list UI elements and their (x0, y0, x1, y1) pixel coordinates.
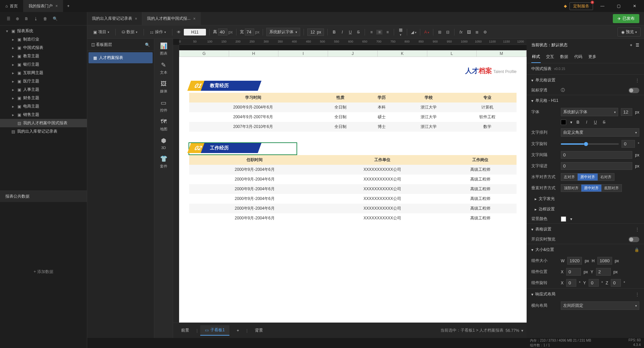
width-input[interactable] (245, 28, 254, 36)
spreadsheet[interactable]: GHIJKLM 12345678910111213141516171819 人才… (179, 50, 527, 323)
widget-map[interactable]: 🗺地图 (160, 118, 167, 132)
strike-icon[interactable]: S (355, 30, 361, 34)
cell-reference[interactable]: H11 (184, 29, 206, 36)
preview-button[interactable]: ◉预览 (618, 27, 641, 37)
home-tab[interactable]: 首页 (0, 0, 23, 12)
tree-folder[interactable]: ▸▣教育主题 (0, 52, 87, 60)
underline-icon[interactable]: U (592, 120, 598, 125)
x-input[interactable] (566, 268, 581, 276)
tree-file-active[interactable]: ▤我的人才档案中国式报表 (0, 119, 87, 127)
portal-tab[interactable]: 我的报表门户× (23, 0, 63, 12)
new-file-icon[interactable]: 🗎 (24, 16, 29, 21)
stage-tab-bg[interactable]: 背景 (250, 326, 268, 335)
ry-input[interactable] (589, 279, 599, 287)
widget-suite[interactable]: 👕套件 (160, 155, 167, 169)
new-folder-icon[interactable]: ⊕ (16, 16, 19, 21)
underline-icon[interactable]: U (347, 30, 353, 34)
ruler-horizontal[interactable]: 0501001502002503003504004505005506006507… (179, 39, 527, 45)
stage[interactable]: GHIJKLM 12345678910111213141516171819 人才… (179, 45, 527, 323)
layer-item[interactable]: ▦人才档案报表 (89, 52, 153, 63)
settings-icon[interactable]: ⚙ (482, 30, 488, 34)
search-icon[interactable]: 🔍 (53, 16, 58, 21)
table-row[interactable]: 2000年9月-2004年6月XXXXXXXXXXX公司高级工程师 (189, 213, 517, 223)
sec-cell-h11[interactable]: ▾单元格 - H11 (527, 95, 644, 106)
publish-button[interactable]: ✈已发布 (613, 14, 639, 23)
maximize-button[interactable]: ▢ (612, 1, 625, 11)
trash-icon[interactable]: 🗑 (43, 16, 47, 21)
doc-tab-2[interactable]: 我的人才档案中国式报...× (142, 12, 201, 25)
tree-folder[interactable]: ▸▣电商主题 (0, 102, 87, 111)
rz-input[interactable] (611, 279, 621, 287)
sec-responsive[interactable]: ▾响应式布局⋮ (527, 289, 644, 300)
align-center-icon[interactable]: ≡ (376, 30, 382, 34)
add-data-button[interactable]: + 添加数据 (0, 269, 87, 275)
italic-icon[interactable]: I (584, 120, 590, 125)
merge-icon[interactable]: ⊞ (437, 30, 443, 34)
halign-segment[interactable]: 左对齐居中对齐右对齐 (561, 173, 614, 181)
bold-icon[interactable]: B (575, 120, 581, 125)
col-header[interactable]: K (378, 51, 427, 57)
list-icon[interactable]: ≣ (474, 30, 480, 34)
table-row[interactable]: 2000年9月-2004年6月XXXXXXXXXXX公司高级工程师 (189, 165, 517, 175)
font-color-swatch[interactable] (561, 120, 566, 125)
table-row[interactable]: 2000年9月-2004年6月XXXXXXXXXXX公司高级工程师 (189, 204, 517, 213)
close-button[interactable]: ✕ (628, 1, 641, 11)
sec-size-pos[interactable]: ▾大小&位置🔒 (527, 244, 644, 255)
tree-folder[interactable]: ▸▣人事主题 (0, 85, 87, 94)
text-glow-section[interactable]: ▸文字发光 (527, 194, 644, 204)
menu-icon[interactable]: ☰ (7, 16, 10, 21)
widget-media[interactable]: 🖼媒体 (160, 80, 167, 94)
height-input[interactable] (218, 28, 227, 36)
prop-tab-code[interactable]: 代码 (574, 51, 583, 63)
table-row[interactable]: 2000年9月-2004年6月XXXXXXXXXXX公司高级工程师 (189, 175, 517, 184)
stage-tab-sub[interactable]: ▭子看板1 (200, 325, 229, 336)
image-icon[interactable]: 🖼 (466, 30, 472, 34)
col-header[interactable]: I (278, 51, 328, 57)
border-icon[interactable]: ▦ (397, 27, 404, 37)
ruler-vertical[interactable] (173, 45, 179, 338)
tree-folder[interactable]: ▸▣医疗主题 (0, 77, 87, 85)
col-header[interactable]: M (477, 51, 526, 57)
valign-segment[interactable]: 顶部对齐居中对齐底部对齐 (561, 184, 622, 192)
prop-tab-more[interactable]: 更多 (588, 51, 597, 63)
layout-select[interactable]: 左间距固定 (561, 301, 639, 310)
rotate-slider[interactable] (561, 143, 619, 145)
tree-folder[interactable]: ▸▣财务主题 (0, 94, 87, 102)
tree-folder[interactable]: ▸▣银行主题 (0, 60, 87, 69)
strike-icon[interactable]: S (601, 120, 607, 125)
align-right-icon[interactable]: ≡ (384, 30, 390, 34)
menu-icon[interactable]: ☰ (636, 43, 639, 48)
fill-color-icon[interactable]: ◢ (411, 30, 417, 34)
spacing-input[interactable] (561, 151, 632, 159)
doc-tab-1[interactable]: 我的出入库登记记录表× (87, 12, 142, 25)
table-row[interactable]: 2000年9月-2004年6月全日制本科浙江大学计算机 (189, 102, 517, 112)
widget-chart[interactable]: 📊图表 (160, 42, 167, 56)
stage-tab-add[interactable]: + (232, 326, 244, 335)
custom-service-button[interactable]: 定制服务 (570, 2, 593, 10)
table-row[interactable]: 2000年9月-2004年6月XXXXXXXXXXX公司高级工程师 (189, 184, 517, 194)
realtime-toggle[interactable] (629, 237, 639, 242)
col-header[interactable]: L (427, 51, 477, 57)
tree-folder[interactable]: ▸▣制造行业 (0, 35, 87, 44)
sec-table-settings[interactable]: ▾表格设置⋮ (527, 224, 644, 235)
tree-folder[interactable]: ▸▣销售主题 (0, 111, 87, 119)
widget-control[interactable]: ▭控件 (160, 99, 167, 113)
project-menu[interactable]: ▣项目 (91, 28, 112, 36)
font-size-input[interactable] (621, 108, 632, 116)
font-size-select[interactable]: 12px (307, 28, 324, 36)
table-row[interactable]: 2007年3月-2010年6月全日制博士浙江大学数学 (189, 122, 517, 132)
prop-tab-style[interactable]: 样式 (531, 51, 541, 63)
close-icon[interactable]: × (55, 4, 58, 8)
tree-folder[interactable]: ▸▣互联网主题 (0, 69, 87, 77)
help-icon[interactable]: ⓘ (561, 87, 565, 93)
close-icon[interactable]: × (193, 16, 196, 21)
download-icon[interactable]: ⭳ (34, 16, 38, 21)
mouse-through-toggle[interactable] (629, 88, 639, 93)
formula-icon[interactable]: fx (458, 30, 464, 34)
text-arrange-select[interactable]: 自定义角度 (561, 128, 639, 137)
data-menu[interactable]: ⛁数据 (119, 28, 140, 36)
y-input[interactable] (596, 268, 611, 276)
align-left-icon[interactable]: ≡ (368, 30, 374, 34)
widget-3d[interactable]: ⬢3D (161, 137, 166, 150)
indent-input[interactable] (561, 162, 632, 170)
